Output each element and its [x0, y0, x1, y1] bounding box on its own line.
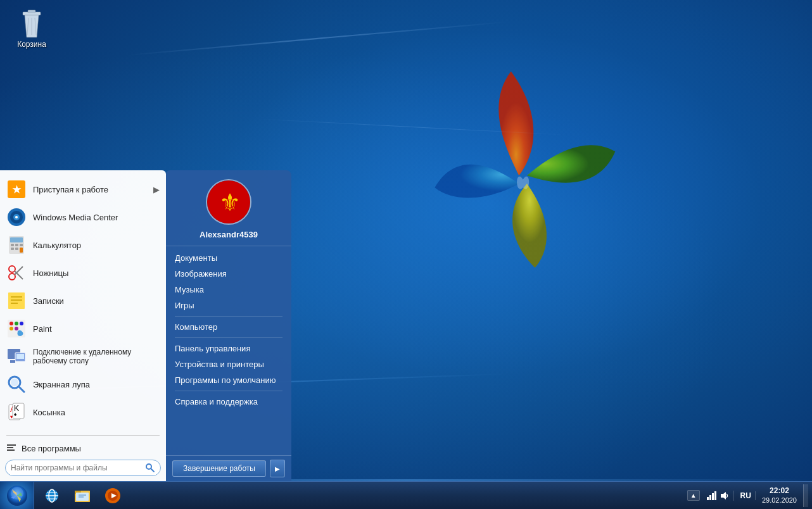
link-control-panel[interactable]: Панель управления [166, 341, 291, 356]
search-input[interactable] [11, 463, 141, 472]
link-default-programs[interactable]: Программы по умолчанию [166, 372, 291, 388]
svg-rect-18 [20, 248, 23, 253]
shutdown-arrow-button[interactable]: ▶ [270, 460, 285, 477]
taskbar-ie[interactable] [38, 484, 66, 507]
taskbar-explorer[interactable] [68, 484, 96, 507]
menu-separator [6, 435, 160, 436]
menu-item-sticky-notes-label: Записки [33, 296, 64, 306]
right-separator-3 [175, 391, 282, 391]
svg-point-29 [15, 322, 18, 325]
recycle-bin-icon[interactable]: Корзина [10, 9, 54, 49]
start-menu-right-panel: ⚜ Alexsandr4539 Документы Изображения Му… [166, 170, 291, 481]
menu-item-scissors[interactable]: Ножницы [0, 259, 166, 287]
network-icon [706, 491, 716, 501]
search-icon [145, 463, 155, 473]
show-desktop-button[interactable] [803, 484, 808, 507]
svg-rect-70 [709, 495, 711, 500]
svg-text:★: ★ [12, 184, 22, 195]
svg-rect-69 [707, 497, 709, 500]
svg-line-22 [15, 271, 23, 279]
menu-item-calculator[interactable]: Калькулятор [0, 231, 166, 259]
link-computer[interactable]: Компьютер [166, 319, 291, 335]
taskbar-apps [34, 482, 130, 509]
svg-rect-46 [7, 444, 16, 446]
shutdown-bar: Завершение работы ▶ [166, 455, 291, 481]
start-menu-left-panel: ★ Приступая к работе ▶ Windows Media Cen… [0, 170, 166, 481]
tray-expand[interactable]: ▲ [687, 490, 700, 501]
menu-item-paint-label: Paint [33, 324, 52, 334]
tray-icons [702, 491, 734, 501]
menu-item-scissors-label: Ножницы [33, 268, 68, 278]
recycle-bin-label: Корзина [17, 40, 46, 49]
rdp-icon [6, 346, 27, 367]
menu-item-getting-started[interactable]: ★ Приступая к работе ▶ [0, 175, 166, 203]
svg-rect-1 [28, 10, 35, 13]
right-panel-links: Документы Изображения Музыка Игры Компью… [166, 246, 291, 455]
svg-rect-35 [16, 354, 24, 359]
svg-rect-71 [712, 493, 714, 500]
getting-started-icon: ★ [6, 179, 27, 199]
arrow-right-icon: ▶ [153, 185, 160, 194]
system-tray: ▲ RU 22:02 29.02.2020 [687, 484, 812, 507]
start-button[interactable] [0, 482, 34, 510]
menu-item-wmc[interactable]: Windows Media Center [0, 203, 166, 231]
svg-line-39 [19, 387, 24, 392]
svg-rect-16 [11, 248, 14, 250]
link-help-support[interactable]: Справка и поддержка [166, 394, 291, 410]
svg-point-10 [15, 216, 18, 218]
svg-rect-36 [10, 360, 15, 363]
start-menu: ★ Приступая к работе ▶ Windows Media Cen… [0, 170, 291, 481]
svg-line-21 [15, 267, 23, 275]
link-music[interactable]: Музыка [166, 282, 291, 298]
menu-item-rdp[interactable]: Подключение к удаленному рабочему столу [0, 342, 166, 370]
clock-time: 22:02 [770, 486, 789, 496]
menu-item-solitaire-label: Косынка [33, 408, 65, 417]
svg-rect-17 [15, 248, 18, 250]
link-games[interactable]: Игры [166, 298, 291, 313]
link-documents[interactable]: Документы [166, 250, 291, 266]
svg-point-28 [10, 322, 13, 325]
tray-language[interactable]: RU [737, 491, 756, 500]
all-programs-item[interactable]: Все программы [0, 439, 166, 457]
all-programs-label: Все программы [22, 444, 81, 453]
tray-clock[interactable]: 22:02 29.02.2020 [758, 486, 801, 505]
link-devices-printers[interactable]: Устройства и принтеры [166, 356, 291, 372]
menu-item-solitaire[interactable]: A♥K♠ Косынка [0, 398, 166, 426]
svg-rect-48 [7, 449, 15, 451]
desktop: Корзина ★ Приступая к работе ▶ [0, 0, 812, 509]
menu-item-paint[interactable]: Paint [0, 315, 166, 342]
svg-line-50 [151, 469, 155, 472]
link-pictures[interactable]: Изображения [166, 266, 291, 282]
notes-icon [6, 291, 27, 311]
svg-rect-15 [20, 244, 23, 246]
solitaire-icon: A♥K♠ [6, 402, 27, 422]
svg-rect-12 [10, 237, 23, 242]
menu-item-magnifier-label: Экранная лупа [33, 380, 90, 389]
svg-point-31 [10, 327, 13, 330]
right-separator-1 [175, 316, 282, 317]
user-section: ⚜ Alexsandr4539 [166, 170, 291, 246]
username: Alexsandr4539 [200, 230, 258, 239]
svg-rect-23 [8, 292, 25, 309]
svg-point-38 [11, 379, 18, 386]
recycle-bin-svg [19, 9, 44, 40]
calc-icon [6, 235, 27, 255]
wmc-icon [6, 207, 27, 227]
svg-rect-47 [7, 447, 13, 448]
taskbar-media-player[interactable] [99, 484, 127, 507]
menu-item-magnifier[interactable]: Экранная лупа [0, 370, 166, 398]
svg-rect-14 [15, 244, 18, 246]
search-bar[interactable] [5, 460, 161, 476]
right-separator-2 [175, 337, 282, 338]
svg-rect-13 [11, 244, 14, 246]
all-programs-icon [6, 443, 16, 453]
shutdown-button[interactable]: Завершение работы [172, 460, 266, 477]
svg-rect-72 [714, 491, 716, 500]
menu-items-list: ★ Приступая к работе ▶ Windows Media Cen… [0, 170, 166, 431]
svg-marker-73 [721, 492, 726, 500]
svg-point-19 [9, 273, 15, 280]
menu-item-sticky-notes[interactable]: Записки [0, 287, 166, 315]
windows-start-orb [6, 484, 29, 507]
user-avatar[interactable]: ⚜ [206, 179, 251, 225]
menu-item-getting-started-label: Приступая к работе [33, 185, 108, 194]
